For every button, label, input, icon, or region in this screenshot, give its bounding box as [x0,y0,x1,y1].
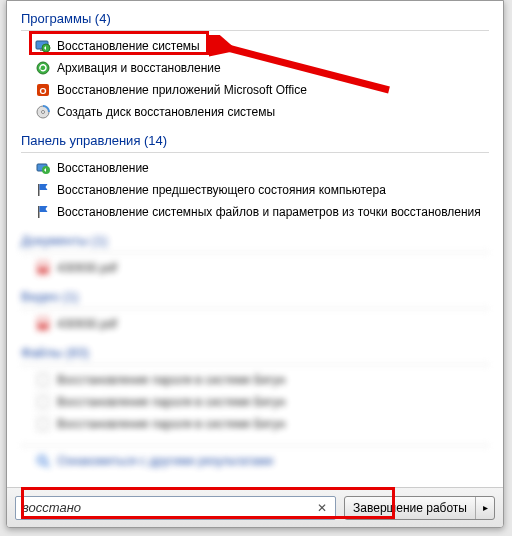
section-documents-header: Документы (1) [7,229,503,250]
shutdown-split-button: Завершение работы ▸ [344,496,495,520]
svg-line-20 [45,463,49,467]
svg-rect-15 [38,324,48,328]
search-icon [35,453,51,469]
results-area: Программы (4) Восстановление системы Арх… [7,1,503,487]
section-control-panel-header: Панель управления (14) [7,129,503,150]
clear-search-icon[interactable]: ✕ [313,501,331,515]
item-label: Восстановление приложений Microsoft Offi… [57,81,307,99]
more-results-link[interactable]: Ознакомиться с другими результатами [7,450,503,472]
svg-rect-16 [38,374,48,386]
office-restore-icon: O [35,82,51,98]
search-box[interactable]: ✕ [15,496,336,520]
shutdown-menu-arrow[interactable]: ▸ [476,497,494,519]
start-menu-search-panel: Программы (4) Восстановление системы Арх… [6,0,504,528]
bottom-bar: ✕ Завершение работы ▸ [7,487,503,527]
monitor-restore-icon [35,38,51,54]
result-item[interactable]: 430930.pdf [7,313,503,335]
pdf-icon [35,260,51,276]
result-item[interactable]: Восстановление предшествующего состояния… [7,179,503,201]
result-item[interactable]: Восстановление пароля в системе Бегун [7,391,503,413]
svg-point-19 [38,456,46,464]
result-item[interactable]: Восстановление пароля в системе Бегун [7,369,503,391]
section-video-header: Видео (1) [7,285,503,306]
divider [21,30,489,31]
pdf-icon [35,316,51,332]
item-label: Восстановление [57,159,149,177]
result-item[interactable]: Восстановление системных файлов и параме… [7,201,503,223]
svg-rect-10 [38,184,40,196]
svg-point-7 [42,111,45,114]
file-icon [35,416,51,432]
result-item[interactable]: Создать диск восстановления системы [7,101,503,123]
item-label: Архивация и восстановление [57,59,221,77]
svg-rect-13 [38,268,48,272]
result-item[interactable]: Архивация и восстановление [7,57,503,79]
result-item[interactable]: Восстановление пароля в системе Бегун [7,413,503,435]
result-item[interactable]: 430930.pdf [7,257,503,279]
file-icon [35,394,51,410]
restore-icon [35,160,51,176]
section-programs-header: Программы (4) [7,7,503,28]
item-label: Создать диск восстановления системы [57,103,275,121]
flag-icon [35,204,51,220]
item-label: Восстановление системы [57,37,200,55]
svg-point-3 [37,62,49,74]
disc-icon [35,104,51,120]
svg-rect-17 [38,396,48,408]
svg-text:O: O [39,86,46,96]
search-input[interactable] [22,500,313,515]
svg-rect-11 [38,206,40,218]
backup-icon [35,60,51,76]
shutdown-button[interactable]: Завершение работы [345,497,476,519]
section-files-header: Файлы (83) [7,341,503,362]
file-icon [35,372,51,388]
item-label: Восстановление предшествующего состояния… [57,181,386,199]
result-item[interactable]: Восстановление системы [7,35,503,57]
result-item[interactable]: Восстановление [7,157,503,179]
divider [21,152,489,153]
flag-icon [35,182,51,198]
result-item[interactable]: O Восстановление приложений Microsoft Of… [7,79,503,101]
item-label: Восстановление системных файлов и параме… [57,203,481,221]
blurred-section: Документы (1) 430930.pdf Видео (1) 43093… [7,229,503,472]
svg-rect-18 [38,418,48,430]
